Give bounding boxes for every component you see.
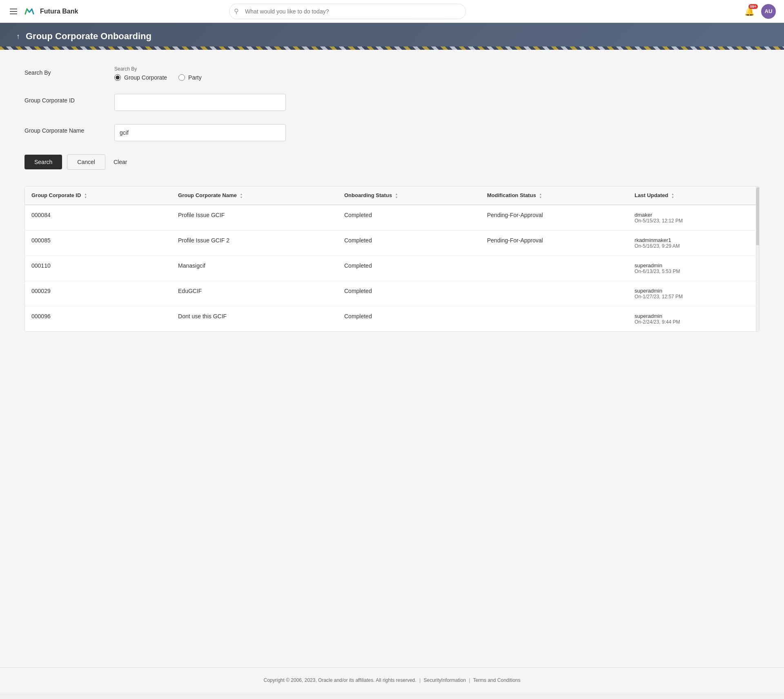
col-header-onboarding[interactable]: Onboarding Status xyxy=(338,186,481,205)
radio-options: Group Corporate Party xyxy=(114,74,286,81)
cell-id: 000110 xyxy=(25,256,172,281)
cell-onboarding-status: Completed xyxy=(338,205,481,231)
hamburger-menu[interactable] xyxy=(8,7,19,16)
group-corporate-name-field-wrapper xyxy=(114,124,286,141)
cell-modification-status xyxy=(481,281,628,306)
radio-group-corporate[interactable]: Group Corporate xyxy=(114,74,167,81)
cell-name: EduGCIF xyxy=(172,281,338,306)
col-header-onboarding-label: Onboarding Status xyxy=(344,192,392,198)
cell-onboarding-status: Completed xyxy=(338,231,481,256)
radio-party-label: Party xyxy=(188,74,202,81)
col-header-id[interactable]: Group Corporate ID xyxy=(25,186,172,205)
last-updated-date: On-5/16/23, 9:29 AM xyxy=(635,243,753,249)
col-header-modification-label: Modification Status xyxy=(487,192,536,198)
notification-badge: 99+ xyxy=(748,4,758,9)
results-table: Group Corporate ID Group Corporate Name … xyxy=(25,186,759,331)
table-header-row: Group Corporate ID Group Corporate Name … xyxy=(25,186,759,205)
cell-last-updated: rkadminmaker1On-5/16/23, 9:29 AM xyxy=(628,231,759,256)
notification-button[interactable]: 🔔 99+ xyxy=(744,7,755,16)
last-updated-user: superadmin xyxy=(635,313,753,319)
radio-group-corporate-input[interactable] xyxy=(114,74,121,81)
clear-button[interactable]: Clear xyxy=(110,155,130,169)
app-header: Futura Bank ⚲ 🔔 99+ AU xyxy=(0,0,784,23)
cell-modification-status: Pending-For-Approval xyxy=(481,205,628,231)
group-corporate-id-input[interactable] xyxy=(114,94,286,111)
header-search-container: ⚲ xyxy=(229,4,466,19)
search-icon: ⚲ xyxy=(234,7,239,15)
radio-party[interactable]: Party xyxy=(178,74,202,81)
global-search-input[interactable] xyxy=(229,4,466,19)
cell-onboarding-status: Completed xyxy=(338,281,481,306)
group-corporate-name-input[interactable] xyxy=(114,124,286,141)
col-header-last-updated-label: Last Updated xyxy=(635,192,668,198)
main-content: Search By Search By Group Corporate Part… xyxy=(0,50,784,667)
cell-id: 000084 xyxy=(25,205,172,231)
last-updated-user: superadmin xyxy=(635,262,753,269)
cell-last-updated: superadminOn-6/13/23, 5:53 PM xyxy=(628,256,759,281)
results-table-wrapper: Group Corporate ID Group Corporate Name … xyxy=(24,186,760,332)
cell-id: 000029 xyxy=(25,281,172,306)
col-header-modification[interactable]: Modification Status xyxy=(481,186,628,205)
cell-modification-status xyxy=(481,256,628,281)
cell-modification-status xyxy=(481,306,628,332)
sort-icon-id xyxy=(84,193,87,199)
footer: Copyright © 2006, 2023, Oracle and/or it… xyxy=(0,667,784,693)
group-corporate-name-label: Group Corporate Name xyxy=(24,124,98,134)
cell-last-updated: superadminOn-2/24/23, 9:44 PM xyxy=(628,306,759,332)
search-by-label: Search By xyxy=(24,66,98,76)
header-brand: Futura Bank xyxy=(8,5,90,18)
brand-name: Futura Bank xyxy=(40,8,78,15)
header-actions: 🔔 99+ AU xyxy=(744,4,776,19)
last-updated-date: On-6/13/23, 5:53 PM xyxy=(635,269,753,274)
sort-icon-last-updated xyxy=(671,193,674,199)
col-header-name-label: Group Corporate Name xyxy=(178,192,237,198)
last-updated-user: superadmin xyxy=(635,288,753,294)
footer-security-link[interactable]: SecurityInformation xyxy=(423,677,466,683)
footer-terms-link[interactable]: Terms and Conditions xyxy=(473,677,520,683)
radio-group-corporate-label: Group Corporate xyxy=(124,74,167,81)
table-row[interactable]: 000029EduGCIFCompletedsuperadminOn-1/27/… xyxy=(25,281,759,306)
last-updated-date: On-1/27/23, 12:57 PM xyxy=(635,294,753,300)
table-row[interactable]: 000110ManasigcifCompletedsuperadminOn-6/… xyxy=(25,256,759,281)
last-updated-user: dmaker xyxy=(635,212,753,218)
cancel-button[interactable]: Cancel xyxy=(67,154,105,170)
form-buttons: Search Cancel Clear xyxy=(24,154,760,170)
cell-name: Profile Issue GCIF 2 xyxy=(172,231,338,256)
last-updated-date: On-2/24/23, 9:44 PM xyxy=(635,319,753,325)
footer-copyright: Copyright © 2006, 2023, Oracle and/or it… xyxy=(263,677,416,683)
last-updated-date: On-5/15/23, 12:12 PM xyxy=(635,218,753,224)
futura-bank-logo xyxy=(23,5,36,18)
back-arrow-icon[interactable]: ↑ xyxy=(16,32,20,41)
table-row[interactable]: 000084Profile Issue GCIFCompletedPending… xyxy=(25,205,759,231)
sort-icon-onboarding xyxy=(395,193,398,199)
search-form-section: Search By Search By Group Corporate Part… xyxy=(24,66,760,332)
cell-name: Manasigcif xyxy=(172,256,338,281)
group-corporate-id-label: Group Corporate ID xyxy=(24,94,98,104)
table-row[interactable]: 000085Profile Issue GCIF 2CompletedPendi… xyxy=(25,231,759,256)
sort-icon-name xyxy=(240,193,243,199)
cell-last-updated: superadminOn-1/27/23, 12:57 PM xyxy=(628,281,759,306)
cell-onboarding-status: Completed xyxy=(338,256,481,281)
cell-last-updated: dmakerOn-5/15/23, 12:12 PM xyxy=(628,205,759,231)
col-header-name[interactable]: Group Corporate Name xyxy=(172,186,338,205)
cell-onboarding-status: Completed xyxy=(338,306,481,332)
table-row[interactable]: 000096Dont use this GCIFCompletedsuperad… xyxy=(25,306,759,332)
cell-id: 000096 xyxy=(25,306,172,332)
group-corporate-name-group: Group Corporate Name xyxy=(24,124,760,141)
search-by-sub-label: Search By xyxy=(114,66,286,72)
cell-name: Dont use this GCIF xyxy=(172,306,338,332)
col-header-last-updated[interactable]: Last Updated xyxy=(628,186,759,205)
avatar[interactable]: AU xyxy=(761,4,776,19)
search-button[interactable]: Search xyxy=(24,155,62,169)
cell-id: 000085 xyxy=(25,231,172,256)
table-scrollbar-thumb xyxy=(756,187,760,245)
search-by-group: Search By Search By Group Corporate Part… xyxy=(24,66,760,81)
search-by-options: Search By Group Corporate Party xyxy=(114,66,286,81)
group-corporate-id-field-wrapper xyxy=(114,94,286,111)
last-updated-user: rkadminmaker1 xyxy=(635,237,753,243)
page-title: Group Corporate Onboarding xyxy=(26,31,151,42)
table-scrollbar[interactable] xyxy=(756,186,759,331)
radio-party-input[interactable] xyxy=(178,74,185,81)
cell-modification-status: Pending-For-Approval xyxy=(481,231,628,256)
cell-name: Profile Issue GCIF xyxy=(172,205,338,231)
